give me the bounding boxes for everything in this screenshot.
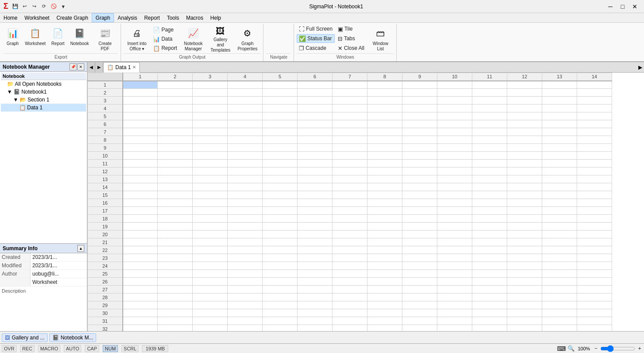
cell-r4-c3[interactable] [193, 105, 228, 112]
cell-r9-c1[interactable] [123, 144, 158, 152]
cell-r12-c1[interactable] [123, 168, 158, 175]
cell-r24-c12[interactable] [507, 262, 542, 270]
cell-r32-c14[interactable] [577, 325, 612, 332]
cell-r5-c10[interactable] [437, 112, 472, 120]
cell-r12-c7[interactable] [332, 168, 367, 175]
cell-r7-c7[interactable] [332, 128, 367, 136]
cell-r31-c13[interactable] [542, 317, 577, 325]
cell-r32-c8[interactable] [367, 325, 402, 332]
close-button[interactable]: ✕ [629, 2, 641, 11]
cell-r26-c10[interactable] [437, 278, 472, 286]
cell-r11-c14[interactable] [577, 160, 612, 168]
cell-r21-c6[interactable] [298, 238, 332, 246]
cell-r21-c12[interactable] [507, 238, 542, 246]
ribbon-btn-report[interactable]: 📄 Report [49, 24, 67, 53]
menu-create-graph[interactable]: Create Graph [53, 13, 92, 22]
cell-r13-c9[interactable] [402, 175, 437, 183]
ribbon-btn-data[interactable]: 📊 Data [151, 35, 179, 43]
cell-r32-c9[interactable] [402, 325, 437, 332]
cell-r15-c10[interactable] [437, 191, 472, 199]
cell-r16-c7[interactable] [332, 199, 367, 207]
cell-r30-c14[interactable] [577, 309, 612, 317]
cell-r2-c14[interactable] [577, 89, 612, 97]
cell-r2-c2[interactable] [158, 89, 193, 97]
cell-r7-c10[interactable] [437, 128, 472, 136]
cell-r22-c3[interactable] [193, 246, 228, 254]
cell-r1-c5[interactable] [263, 81, 298, 89]
maximize-button[interactable]: □ [617, 2, 628, 11]
cell-r25-c8[interactable] [367, 270, 402, 278]
ribbon-btn-tile[interactable]: ▣ Tile [336, 24, 367, 33]
cell-r30-c9[interactable] [402, 309, 437, 317]
cell-r22-c7[interactable] [332, 246, 367, 254]
cell-r11-c12[interactable] [507, 160, 542, 168]
menu-graph[interactable]: Graph [92, 13, 114, 22]
cell-r32-c7[interactable] [332, 325, 367, 332]
cell-r21-c14[interactable] [577, 238, 612, 246]
cell-r29-c6[interactable] [298, 301, 332, 309]
cell-r28-c4[interactable] [228, 294, 263, 301]
cell-r11-c9[interactable] [402, 160, 437, 168]
cell-r3-c11[interactable] [472, 97, 507, 105]
cell-r12-c8[interactable] [367, 168, 402, 175]
cell-r29-c14[interactable] [577, 301, 612, 309]
cell-r14-c7[interactable] [332, 183, 367, 191]
cell-r28-c3[interactable] [193, 294, 228, 301]
ribbon-btn-worksheet[interactable]: 📋 Worksheet [23, 24, 48, 53]
cell-r8-c7[interactable] [332, 136, 367, 144]
cell-r4-c2[interactable] [158, 105, 193, 112]
cell-r23-c1[interactable] [123, 254, 158, 262]
cell-r24-c7[interactable] [332, 262, 367, 270]
cell-r11-c11[interactable] [472, 160, 507, 168]
cell-r21-c10[interactable] [437, 238, 472, 246]
cell-r9-c4[interactable] [228, 144, 263, 152]
cell-r29-c1[interactable] [123, 301, 158, 309]
cell-r11-c5[interactable] [263, 160, 298, 168]
cell-r10-c13[interactable] [542, 152, 577, 160]
cell-r8-c1[interactable] [123, 136, 158, 144]
cell-r1-c1[interactable] [123, 81, 158, 89]
cell-r6-c3[interactable] [193, 120, 228, 128]
cell-r16-c4[interactable] [228, 199, 263, 207]
cell-r4-c5[interactable] [263, 105, 298, 112]
cell-r20-c13[interactable] [542, 231, 577, 238]
cell-r7-c1[interactable] [123, 128, 158, 136]
cell-r5-c2[interactable] [158, 112, 193, 120]
cell-r18-c13[interactable] [542, 215, 577, 223]
cell-r1-c3[interactable] [193, 81, 228, 89]
menu-report[interactable]: Report [141, 13, 163, 22]
ribbon-btn-closeall[interactable]: ✕ Close All [336, 44, 367, 52]
cell-r19-c14[interactable] [577, 223, 612, 231]
cell-r16-c6[interactable] [298, 199, 332, 207]
cell-r18-c8[interactable] [367, 215, 402, 223]
cell-r13-c14[interactable] [577, 175, 612, 183]
cell-r19-c3[interactable] [193, 223, 228, 231]
cell-r12-c12[interactable] [507, 168, 542, 175]
cell-r20-c7[interactable] [332, 231, 367, 238]
cell-r27-c4[interactable] [228, 286, 263, 294]
cell-r4-c13[interactable] [542, 105, 577, 112]
tree-item-notebook1[interactable]: ▼ 📓 Notebook1 [1, 88, 86, 96]
cell-r30-c8[interactable] [367, 309, 402, 317]
cell-r9-c10[interactable] [437, 144, 472, 152]
cell-r26-c12[interactable] [507, 278, 542, 286]
ribbon-btn-window-list[interactable]: 🗃 Window List [367, 24, 394, 53]
cell-r23-c9[interactable] [402, 254, 437, 262]
cell-r21-c4[interactable] [228, 238, 263, 246]
cell-r15-c9[interactable] [402, 191, 437, 199]
cell-r17-c14[interactable] [577, 207, 612, 215]
cell-r18-c2[interactable] [158, 215, 193, 223]
cell-r18-c6[interactable] [298, 215, 332, 223]
cell-r1-c9[interactable] [402, 81, 437, 89]
cell-r22-c8[interactable] [367, 246, 402, 254]
cell-r7-c8[interactable] [367, 128, 402, 136]
cell-r20-c1[interactable] [123, 231, 158, 238]
cell-r17-c1[interactable] [123, 207, 158, 215]
cell-r11-c2[interactable] [158, 160, 193, 168]
cell-r9-c7[interactable] [332, 144, 367, 152]
cell-r3-c2[interactable] [158, 97, 193, 105]
cell-r2-c8[interactable] [367, 89, 402, 97]
cell-r10-c9[interactable] [402, 152, 437, 160]
cell-r8-c5[interactable] [263, 136, 298, 144]
cell-r16-c13[interactable] [542, 199, 577, 207]
